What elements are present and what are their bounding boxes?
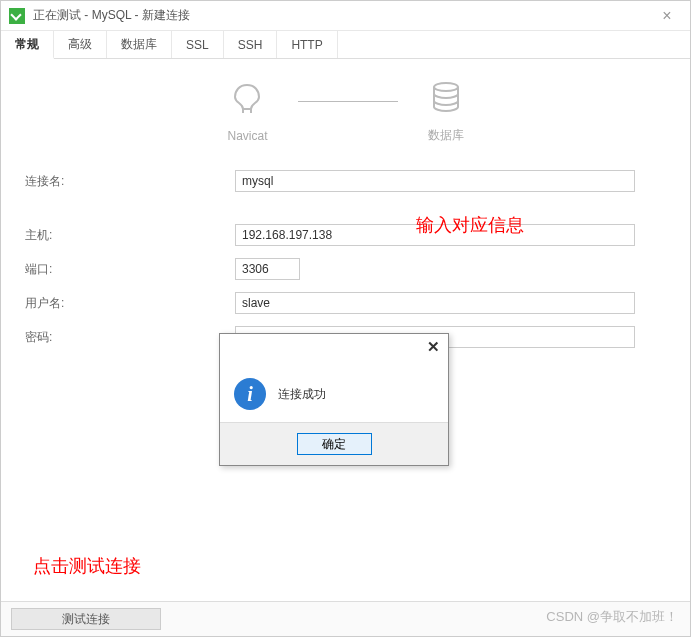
- row-port: 端口:: [25, 257, 666, 281]
- port-label: 端口:: [25, 261, 235, 278]
- database-icon: [428, 79, 464, 119]
- main-window: 正在测试 - MySQL - 新建连接 × 常规 高级 数据库 SSL SSH …: [0, 0, 691, 637]
- dialog-message: 连接成功: [278, 386, 326, 403]
- dialog-footer: 确定: [220, 422, 448, 465]
- app-icon: [9, 8, 25, 24]
- navicat-icon: [229, 81, 265, 121]
- username-label: 用户名:: [25, 295, 235, 312]
- tab-ssh[interactable]: SSH: [224, 31, 278, 58]
- watermark: CSDN @争取不加班！: [546, 608, 678, 626]
- dialog-titlebar: ✕: [220, 334, 448, 360]
- database-label: 数据库: [428, 127, 464, 144]
- titlebar: 正在测试 - MySQL - 新建连接 ×: [1, 1, 690, 31]
- connector-line: [298, 101, 398, 102]
- tab-general[interactable]: 常规: [1, 31, 54, 59]
- port-input[interactable]: [235, 258, 300, 280]
- connection-name-label: 连接名:: [25, 173, 235, 190]
- database-node: 数据库: [428, 79, 464, 144]
- password-label: 密码:: [25, 329, 235, 346]
- annotation-click-test: 点击测试连接: [33, 554, 141, 578]
- info-icon: i: [234, 378, 266, 410]
- connection-diagram: Navicat 数据库: [25, 79, 666, 144]
- annotation-input-info: 输入对应信息: [416, 213, 524, 237]
- username-input[interactable]: [235, 292, 635, 314]
- window-title: 正在测试 - MySQL - 新建连接: [33, 7, 652, 24]
- row-connection-name: 连接名:: [25, 169, 666, 193]
- tab-bar: 常规 高级 数据库 SSL SSH HTTP: [1, 31, 690, 59]
- navicat-node: Navicat: [227, 81, 267, 143]
- dialog-body: i 连接成功: [220, 360, 448, 422]
- ok-button[interactable]: 确定: [297, 433, 372, 455]
- tab-advanced[interactable]: 高级: [54, 31, 107, 58]
- navicat-label: Navicat: [227, 129, 267, 143]
- host-label: 主机:: [25, 227, 235, 244]
- close-button[interactable]: ×: [652, 6, 682, 26]
- row-host: 主机:: [25, 223, 666, 247]
- test-connection-button[interactable]: 测试连接: [11, 608, 161, 630]
- success-dialog: ✕ i 连接成功 确定: [219, 333, 449, 466]
- tab-database[interactable]: 数据库: [107, 31, 172, 58]
- svg-point-0: [434, 83, 458, 91]
- tab-ssl[interactable]: SSL: [172, 31, 224, 58]
- row-username: 用户名:: [25, 291, 666, 315]
- connection-name-input[interactable]: [235, 170, 635, 192]
- tab-http[interactable]: HTTP: [277, 31, 337, 58]
- dialog-close-button[interactable]: ✕: [427, 338, 440, 356]
